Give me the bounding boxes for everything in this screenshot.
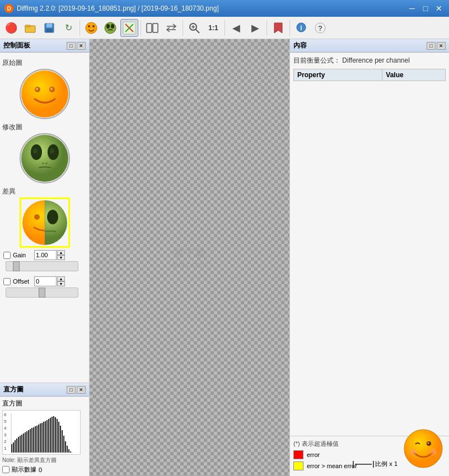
diff-view-button[interactable]: [120, 19, 138, 37]
minimize-button[interactable]: ─: [406, 3, 418, 14]
original-image: [21, 70, 69, 118]
content-close-button[interactable]: ✕: [437, 42, 446, 50]
modified-view-button[interactable]: [101, 19, 119, 37]
zoom-1-1-button[interactable]: 1:1: [204, 19, 222, 37]
offset-slider[interactable]: [6, 288, 78, 298]
title-bar-left: D DiffImg 2.2.0: [2019-09-16_180851.png]…: [4, 4, 219, 13]
svg-point-30: [50, 88, 53, 90]
histogram-show-data-row: 顯示數據 0: [2, 465, 87, 474]
svg-point-35: [50, 148, 54, 154]
panel-close-button[interactable]: ✕: [77, 42, 86, 50]
histogram-canvas: 6 5 4 3 2 1: [2, 410, 81, 455]
offset-row: Offset ▲ ▼: [3, 276, 86, 286]
scale-line: [355, 464, 372, 465]
title-bar: D DiffImg 2.2.0: [2019-09-16_180851.png]…: [0, 0, 449, 17]
gain-label: Gain: [13, 252, 34, 258]
offset-down-button[interactable]: ▼: [57, 281, 65, 286]
svg-rect-82: [62, 430, 63, 453]
gain-offset-area: Gain ▲ ▼ Offset ▲ ▼: [2, 248, 87, 305]
svg-rect-61: [26, 431, 27, 453]
content-float-button[interactable]: □: [427, 42, 436, 50]
show-data-value: 0: [39, 466, 42, 473]
histogram-header: 直方圖 □ ✕: [0, 383, 89, 397]
scale-bar: 比例 x 1: [353, 460, 397, 468]
open-orig-button[interactable]: 🔴: [2, 19, 20, 37]
metric-value: Difference per channel: [342, 56, 410, 64]
svg-rect-81: [60, 426, 61, 453]
histogram-header-buttons: □ ✕: [67, 386, 86, 394]
histogram-note: Note: 顯示差異直方圖: [2, 456, 87, 464]
histogram-float-button[interactable]: □: [67, 386, 76, 394]
histogram-close-button[interactable]: ✕: [77, 386, 86, 394]
svg-point-9: [92, 25, 95, 27]
gain-up-button[interactable]: ▲: [57, 250, 65, 255]
modified-image: [21, 134, 69, 182]
svg-text:6: 6: [4, 412, 7, 417]
svg-point-12: [111, 24, 114, 29]
right-panel: 內容 □ ✕ 目前衡量公式： Difference per channel Pr…: [289, 39, 449, 476]
svg-point-34: [33, 148, 38, 154]
svg-point-43: [47, 210, 58, 224]
svg-rect-87: [70, 451, 71, 453]
svg-text:5: 5: [4, 419, 7, 424]
open-folder-button[interactable]: [21, 19, 39, 37]
show-data-checkbox[interactable]: [2, 466, 10, 473]
svg-text:4: 4: [4, 426, 7, 431]
svg-rect-76: [52, 417, 53, 453]
gain-slider-row: [6, 261, 83, 273]
bookmark-button[interactable]: [269, 19, 287, 37]
maximize-button[interactable]: □: [420, 3, 431, 14]
panels-button[interactable]: [143, 19, 161, 37]
offset-input[interactable]: [34, 276, 57, 286]
prev-button[interactable]: ◀: [227, 19, 245, 37]
bottom-emoji-area: [403, 428, 443, 470]
toolbar: 🔴 ↻: [0, 17, 449, 39]
save-button[interactable]: [40, 19, 58, 37]
svg-rect-78: [55, 417, 56, 453]
svg-point-11: [106, 24, 110, 29]
svg-rect-71: [43, 422, 44, 453]
svg-text:2: 2: [4, 439, 7, 444]
svg-rect-73: [46, 420, 48, 453]
offset-checkbox[interactable]: [3, 278, 11, 285]
original-view-button[interactable]: [82, 19, 100, 37]
help-button[interactable]: ?: [311, 19, 329, 37]
gain-input[interactable]: [34, 250, 57, 260]
offset-spinner: ▲ ▼: [57, 276, 65, 286]
original-label: 原始圖: [2, 58, 87, 68]
control-panel-title: 控制面板: [3, 41, 30, 50]
svg-point-29: [36, 88, 38, 90]
zoom-button[interactable]: [185, 19, 203, 37]
gain-down-button[interactable]: ▼: [57, 255, 65, 260]
svg-rect-58: [21, 435, 22, 453]
toolbar-separator-2: [141, 20, 141, 36]
swap-button[interactable]: [162, 19, 180, 37]
svg-rect-54: [15, 440, 16, 453]
svg-point-7: [86, 22, 97, 34]
gain-slider[interactable]: [6, 261, 78, 271]
close-button[interactable]: ✕: [433, 3, 445, 14]
toolbar-separator-4: [225, 20, 225, 36]
offset-up-button[interactable]: ▲: [57, 276, 65, 281]
toolbar-separator-1: [79, 20, 80, 36]
svg-text:i: i: [300, 24, 302, 32]
svg-point-31: [21, 135, 68, 182]
bottom-smiley-icon: [403, 428, 443, 469]
app-icon: D: [4, 4, 13, 13]
gain-row: Gain ▲ ▼: [3, 250, 86, 260]
modified-label: 修改圖: [2, 122, 87, 132]
svg-rect-63: [30, 429, 31, 453]
gain-checkbox[interactable]: [3, 252, 11, 259]
modified-preview: [20, 133, 70, 183]
histogram-svg: 6 5 4 3 2 1: [3, 411, 81, 455]
svg-rect-53: [13, 442, 14, 453]
info-button[interactable]: i: [292, 19, 310, 37]
scale-right-tick: [373, 461, 374, 468]
offset-label: Offset: [13, 278, 34, 285]
panel-float-button[interactable]: □: [67, 42, 76, 50]
next-button[interactable]: ▶: [246, 19, 264, 37]
svg-point-90: [404, 430, 442, 468]
svg-line-19: [196, 30, 199, 33]
svg-rect-83: [63, 436, 64, 453]
reload-button[interactable]: ↻: [59, 19, 77, 37]
